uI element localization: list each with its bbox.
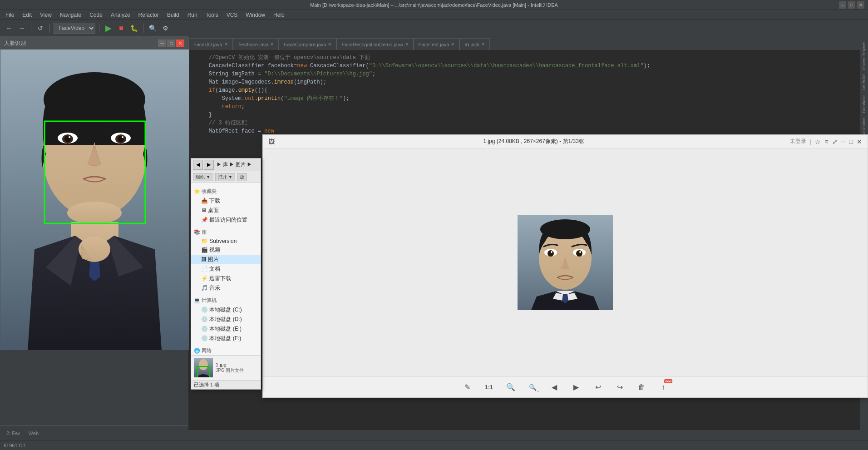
menu-window[interactable]: Window <box>242 11 269 19</box>
close-button[interactable]: ✕ <box>857 1 864 9</box>
face-window-maximize[interactable]: □ <box>167 40 175 47</box>
viewer-maximize-button[interactable]: □ <box>849 138 853 145</box>
zoom-out-button[interactable]: 🔍 - <box>525 380 540 395</box>
viewer-close-button[interactable]: ✕ <box>857 138 862 145</box>
toolbar-separator-3 <box>99 24 99 33</box>
face-window-minimize[interactable]: ─ <box>158 40 166 47</box>
tab-close-faceutil[interactable]: ✕ <box>224 42 228 47</box>
menu-navigate[interactable]: Navigate <box>56 11 85 19</box>
prev-button[interactable]: ◀ <box>547 380 562 395</box>
organize-button[interactable]: 组织 ▼ <box>193 173 213 181</box>
actual-size-button[interactable]: 1:1 <box>482 380 496 395</box>
rotate-left-button[interactable]: ↩ <box>591 380 605 395</box>
file-dialog-status: 已选择 1 项 <box>191 380 261 389</box>
new-badge: new <box>664 379 672 383</box>
tab-close-facerecognition[interactable]: ✕ <box>405 42 409 47</box>
settings-button[interactable]: ⚙ <box>160 23 171 34</box>
rotate-right-button[interactable]: ↪ <box>612 380 627 395</box>
disk-f[interactable]: 💿 本地磁盘 (F:) <box>191 334 261 343</box>
menu-file[interactable]: File <box>2 11 18 19</box>
edit-button[interactable]: ✎ <box>460 380 474 395</box>
minimize-button[interactable]: – <box>839 1 846 9</box>
download-folder[interactable]: 📥 下载 <box>191 196 261 206</box>
menu-build[interactable]: Build <box>163 11 183 19</box>
stop-button[interactable]: ■ <box>116 23 127 34</box>
face-window-close[interactable]: ✕ <box>176 40 184 47</box>
maven-panel-tab[interactable]: Maven Projects <box>861 40 867 72</box>
zoom-in-button[interactable]: 🔍 <box>503 380 518 395</box>
viewer-minimize-button[interactable]: ─ <box>841 138 846 145</box>
undo-button[interactable]: ↺ <box>35 23 46 34</box>
image-viewer-toolbar: ✎ 1:1 🔍 🔍 - ◀ ▶ ↩ ↪ 🗑 ↑ new <box>263 376 868 397</box>
share-button[interactable]: ↑ new <box>656 380 671 395</box>
displayed-face-svg <box>518 215 613 310</box>
tab-facetest[interactable]: FaceTest.java ✕ <box>414 38 460 50</box>
disk-e[interactable]: 💿 本地磁盘 (E:) <box>191 324 261 334</box>
music-folder[interactable]: 🎵 音乐 <box>191 283 261 293</box>
nav-forward-button[interactable]: ▶ <box>204 160 214 170</box>
image-viewer-title: 1.jpg (24.08KB , 267×267像素) - 第1/33张 <box>483 138 584 145</box>
tab-facecompare[interactable]: FaceCompare.java ✕ <box>279 38 336 50</box>
tab-faceutil[interactable]: FaceUtil.java ✕ <box>188 38 233 50</box>
bottom-panels: 2: Fav Web <box>0 425 188 440</box>
preview-filename: 1.jpg <box>216 362 244 367</box>
disk-c[interactable]: 💿 本地磁盘 (C:) <box>191 305 261 315</box>
tab-close-facetest[interactable]: ✕ <box>451 42 454 47</box>
thunder-folder[interactable]: ⚡ 迅雷下载 <box>191 274 261 283</box>
database-panel-tab[interactable]: Database <box>861 94 867 115</box>
back-button[interactable]: ← <box>4 23 15 34</box>
viewer-favorite-button[interactable]: ☆ <box>815 138 821 145</box>
menu-analyze[interactable]: Analyze <box>107 11 134 19</box>
libraries-header: 📚 库 <box>191 227 261 237</box>
file-tree: ⭐ 收藏夹 📥 下载 🖥 桌面 📌 最近访问的位置 📚 库 📁 Subversi… <box>191 183 261 366</box>
run-button[interactable]: ▶ <box>103 23 114 34</box>
code-line-1: //OpenCV 初始化 安装一般位于 opencv\sources\data … <box>196 54 861 62</box>
face-window-titlebar: 人脸识别 ─ □ ✕ <box>0 37 188 49</box>
status-bar: 61961:D:\ <box>0 440 868 450</box>
face-window-controls: ─ □ ✕ <box>158 40 184 47</box>
file-dialog: ◀ ▶ ▶ 库 ▶ 图片 ▶ 组织 ▼ 打开 ▼ 放 ⭐ 收藏夹 📥 下载 🖥 … <box>191 158 261 390</box>
tab-testface[interactable]: TestFace.java ✕ <box>233 38 279 50</box>
video-folder[interactable]: 🎬 视频 <box>191 245 261 255</box>
project-dropdown[interactable]: FaceVideo <box>54 23 95 34</box>
new-folder-button[interactable]: 放 <box>237 173 247 181</box>
file-dialog-nav: ◀ ▶ ▶ 库 ▶ 图片 ▶ <box>191 158 261 171</box>
subversion-folder[interactable]: 📁 Subversion <box>191 237 261 245</box>
face-window-title: 人脸识别 <box>4 40 26 47</box>
nav-back-button[interactable]: ◀ <box>193 160 203 170</box>
menu-vcs[interactable]: VCS <box>223 11 242 19</box>
recent-folder[interactable]: 📌 最近访问的位置 <box>191 215 261 225</box>
web-panel-tab[interactable]: Web <box>26 430 41 437</box>
tab-close-jack[interactable]: ✕ <box>481 42 485 47</box>
image-icon: 🖼 <box>268 138 275 145</box>
menu-run[interactable]: Run <box>184 11 201 19</box>
viewer-menu-button[interactable]: ≡ <box>824 138 828 145</box>
pictures-folder[interactable]: 🖼 图片 <box>191 255 261 264</box>
tab-facerecognition[interactable]: FaceRecognitionDemo.java ✕ <box>336 38 413 50</box>
tab-close-facecompare[interactable]: ✕ <box>328 42 331 47</box>
menu-tools[interactable]: Tools <box>202 11 222 19</box>
delete-button[interactable]: 🗑 <box>634 380 649 395</box>
tab-close-testface[interactable]: ✕ <box>270 42 274 47</box>
viewer-fullscreen-button[interactable]: ⤢ <box>832 138 838 145</box>
documents-folder[interactable]: 📄 文档 <box>191 264 261 274</box>
desktop-folder[interactable]: 🖥 桌面 <box>191 206 261 215</box>
menu-code[interactable]: Code <box>86 11 106 19</box>
code-line-9: // 3 特征区配 <box>196 119 861 127</box>
menu-view[interactable]: View <box>36 11 55 19</box>
ant-panel-tab[interactable]: Ant Build <box>861 73 867 93</box>
next-button[interactable]: ▶ <box>569 380 583 395</box>
menu-edit[interactable]: Edit <box>19 11 35 19</box>
search-button[interactable]: 🔍 <box>147 23 158 34</box>
debug-button[interactable]: 🐛 <box>128 23 139 34</box>
forward-button[interactable]: → <box>16 23 27 34</box>
face-detection-window: 人脸识别 ─ □ ✕ <box>0 36 188 350</box>
open-button[interactable]: 打开 ▼ <box>215 173 236 181</box>
fav-panel-tab[interactable]: 2: Fav <box>4 430 23 437</box>
svg-point-38 <box>551 251 552 253</box>
menu-refactor[interactable]: Refactor <box>135 11 163 19</box>
menu-help[interactable]: Help <box>270 11 288 19</box>
tab-jack[interactable]: m jack ✕ <box>459 38 490 50</box>
disk-d[interactable]: 💿 本地磁盘 (D:) <box>191 315 261 324</box>
maximize-button[interactable]: □ <box>848 1 855 9</box>
